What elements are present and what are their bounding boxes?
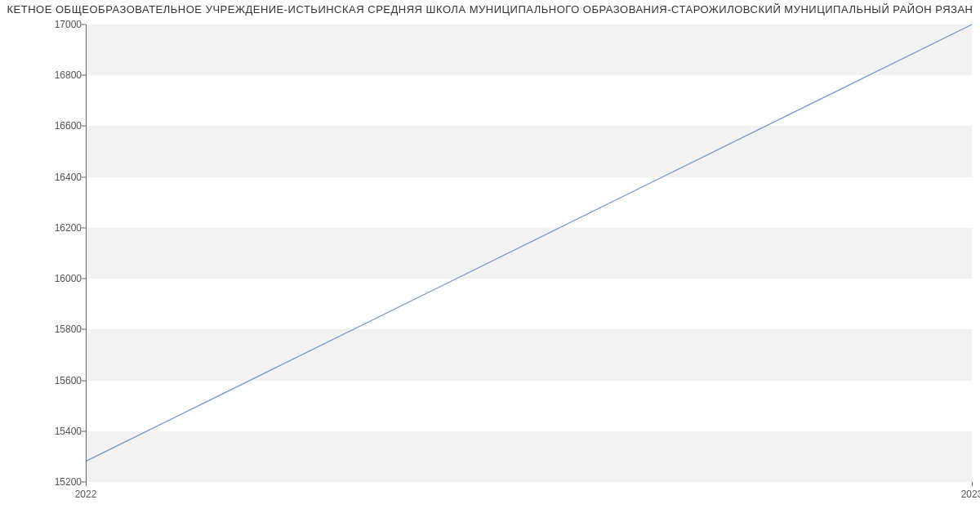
- line-series: [87, 25, 972, 481]
- y-tick-label: 16600: [33, 120, 82, 132]
- y-tick-label: 16000: [33, 273, 82, 284]
- chart-container: КЕТНОЕ ОБЩЕОБРАЗОВАТЕЛЬНОЕ УЧРЕЖДЕНИЕ-ИС…: [0, 0, 980, 531]
- y-tick-label: 16400: [33, 172, 82, 183]
- y-tick-label: 15800: [33, 324, 82, 335]
- y-tick-label: 15400: [33, 426, 82, 437]
- y-tick-label: 15200: [33, 476, 82, 488]
- plot-area: [86, 25, 972, 482]
- y-tick-label: 16200: [33, 222, 82, 234]
- y-tick-label: 15600: [33, 375, 82, 386]
- x-tick-label: 2023: [961, 489, 980, 500]
- x-tick-mark: [972, 482, 973, 486]
- x-tick-mark: [86, 482, 87, 486]
- data-line: [87, 25, 972, 461]
- y-tick-label: 17000: [33, 19, 82, 30]
- chart-title: КЕТНОЕ ОБЩЕОБРАЗОВАТЕЛЬНОЕ УЧРЕЖДЕНИЕ-ИС…: [0, 3, 980, 16]
- x-tick-label: 2022: [75, 489, 97, 500]
- y-tick-label: 16800: [33, 69, 82, 81]
